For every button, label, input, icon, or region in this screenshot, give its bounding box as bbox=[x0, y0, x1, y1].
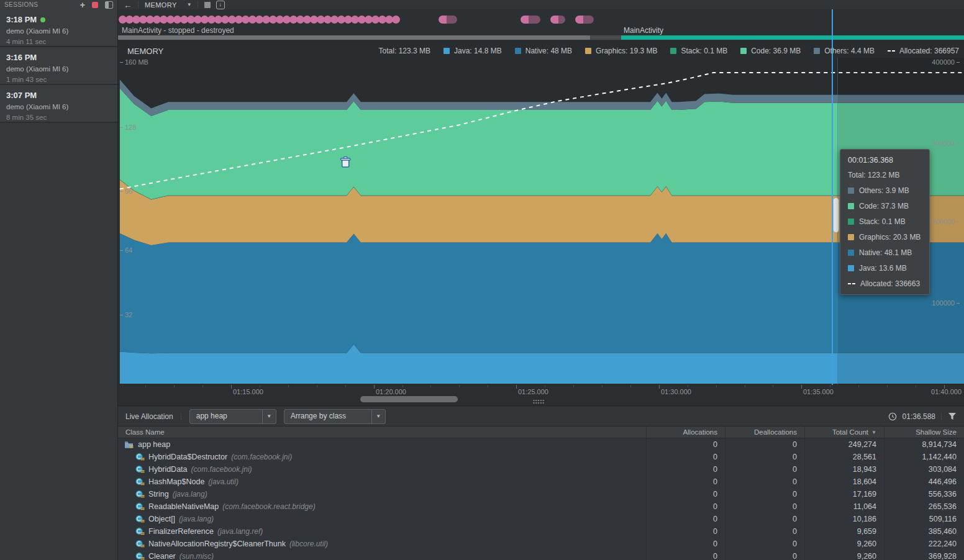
stop-session-icon[interactable] bbox=[92, 2, 98, 8]
class-name: String bbox=[148, 490, 169, 499]
table-row[interactable]: NativeAllocationRegistry$CleanerThunk(li… bbox=[118, 538, 964, 550]
y-axis-right-label: 400000 bbox=[932, 58, 960, 66]
minor-tick bbox=[716, 385, 717, 387]
activity-event-pill bbox=[521, 16, 540, 24]
column-header-allocations[interactable]: Allocations bbox=[646, 427, 725, 438]
force-gc-icon[interactable] bbox=[204, 2, 211, 8]
table-row[interactable]: String(java.lang)0017,169556,336 bbox=[118, 488, 964, 500]
activity-running-bar bbox=[621, 35, 964, 40]
legend-swatch bbox=[670, 48, 676, 54]
table-row[interactable]: app heap00249,2748,914,734 bbox=[118, 438, 964, 451]
tooltip-label: Code: 37.3 MB bbox=[859, 202, 909, 210]
package-name: (com.facebook.jni) bbox=[231, 453, 292, 461]
minor-tick bbox=[688, 385, 688, 387]
allocation-table: Class Name Allocations Deallocations Tot… bbox=[118, 427, 964, 560]
table-row[interactable]: HybridData$Destructor(com.facebook.jni)0… bbox=[118, 451, 964, 463]
add-session-icon[interactable]: + bbox=[80, 2, 85, 8]
timeline-selection-line[interactable] bbox=[832, 9, 833, 385]
column-header-class-name[interactable]: Class Name bbox=[118, 428, 646, 436]
axis-tick-label: 400000 bbox=[932, 58, 955, 66]
table-row[interactable]: ReadableNativeMap(com.facebook.react.bri… bbox=[118, 500, 964, 513]
minor-tick bbox=[830, 385, 830, 387]
chevron-down-icon: ▼ bbox=[262, 410, 276, 423]
class-name: app heap bbox=[138, 440, 170, 449]
legend-label: Total: 123.3 MB bbox=[379, 47, 430, 55]
y-axis-left-label: 160 MB bbox=[120, 58, 148, 66]
class-name: HybridData bbox=[148, 465, 188, 474]
chevron-down-icon: ▼ bbox=[371, 410, 385, 423]
tooltip-row: Others: 3.9 MB bbox=[848, 186, 922, 195]
tooltip-row: Graphics: 20.3 MB bbox=[848, 233, 922, 242]
profiler-selector-label: MEMORY bbox=[145, 1, 177, 9]
cell-shallow-size: 265,536 bbox=[884, 500, 964, 513]
event-monitor[interactable]: MainActivity - stopped - destroyed MainA… bbox=[118, 9, 964, 40]
legend-swatch bbox=[585, 48, 591, 54]
profiler-selector[interactable]: MEMORY ▼ bbox=[145, 1, 192, 9]
cell-class-name: ReadableNativeMap(com.facebook.react.bri… bbox=[118, 500, 646, 513]
tooltip-row: Native: 48.1 MB bbox=[848, 248, 922, 257]
column-header-total-count[interactable]: Total Count▼ bbox=[804, 427, 884, 438]
sessions-title: SESSIONS bbox=[4, 1, 38, 8]
session-item[interactable]: 3:07 PMdemo (Xiaomi MI 6)8 min 35 sec bbox=[0, 85, 117, 123]
session-item[interactable]: 3:18 PMdemo (Xiaomi MI 6)4 min 11 sec bbox=[0, 9, 117, 47]
package-name: (java.lang) bbox=[173, 490, 207, 499]
allocation-toolbar: Live Allocation app heap ▼ Arrange by cl… bbox=[118, 407, 964, 427]
cell-total-count: 18,604 bbox=[804, 476, 884, 488]
session-duration: 8 min 35 sec bbox=[6, 114, 111, 121]
heap-select[interactable]: app heap ▼ bbox=[189, 409, 276, 424]
selection-handle[interactable] bbox=[833, 197, 839, 233]
table-row[interactable]: Object[](java.lang)0010,186509,116 bbox=[118, 513, 964, 525]
minor-tick bbox=[317, 385, 317, 387]
time-axis-label: 01:15.000 bbox=[233, 388, 263, 395]
cell-deallocations: 0 bbox=[725, 476, 804, 488]
class-icon bbox=[135, 552, 145, 560]
session-item[interactable]: 3:16 PMdemo (Xiaomi MI 6)1 min 43 sec bbox=[0, 47, 117, 85]
cell-allocations: 0 bbox=[646, 438, 725, 451]
tooltip-swatch bbox=[848, 187, 854, 194]
axis-tick-label: 100000 bbox=[932, 299, 955, 307]
legend-item: Allocated: 366957 bbox=[888, 47, 959, 55]
cell-allocations: 0 bbox=[646, 525, 725, 538]
cell-shallow-size: 1,142,440 bbox=[884, 451, 964, 463]
y-axis-right-label: 200000 bbox=[932, 218, 960, 225]
timeline-scrollbar[interactable] bbox=[360, 396, 458, 402]
table-row[interactable]: FinalizerReference(java.lang.ref)009,659… bbox=[118, 525, 964, 538]
table-row[interactable]: HashMap$Node(java.util)0018,604446,496 bbox=[118, 476, 964, 488]
tooltip-rows: Others: 3.9 MBCode: 37.3 MBStack: 0.1 MB… bbox=[848, 186, 922, 288]
arrange-select[interactable]: Arrange by class ▼ bbox=[284, 409, 386, 424]
cell-deallocations: 0 bbox=[725, 525, 804, 538]
major-tick bbox=[231, 385, 232, 389]
axis-tick-label: 200000 bbox=[932, 218, 955, 225]
cell-deallocations: 0 bbox=[725, 550, 804, 560]
cell-allocations: 0 bbox=[646, 500, 725, 513]
class-icon bbox=[135, 490, 145, 499]
legend-label: Stack: 0.1 MB bbox=[681, 47, 727, 55]
cell-shallow-size: 385,460 bbox=[884, 525, 964, 538]
splitter-grip[interactable]: •••••••••• bbox=[533, 399, 545, 404]
axis-tick-label: 96 bbox=[125, 187, 132, 195]
tooltip-swatch bbox=[848, 250, 854, 256]
major-tick bbox=[801, 385, 802, 389]
table-row[interactable]: Cleaner(sun.misc)009,260369,928 bbox=[118, 550, 964, 560]
session-device: demo (Xiaomi MI 6) bbox=[6, 27, 111, 35]
tooltip-label: Graphics: 20.3 MB bbox=[859, 233, 921, 242]
activity-stopped-bar bbox=[118, 35, 590, 40]
heap-dump-icon[interactable]: ↓ bbox=[216, 1, 225, 9]
legend-label: Graphics: 19.3 MB bbox=[596, 47, 657, 55]
filter-icon[interactable] bbox=[948, 412, 957, 420]
heap-folder-icon bbox=[124, 441, 134, 449]
tooltip-swatch bbox=[848, 203, 854, 209]
collapse-panel-icon[interactable] bbox=[105, 1, 113, 9]
class-name: FinalizerReference bbox=[148, 527, 214, 536]
cell-total-count: 10,186 bbox=[804, 513, 884, 525]
cell-allocations: 0 bbox=[646, 463, 725, 476]
minor-tick bbox=[858, 385, 859, 387]
cell-class-name: app heap bbox=[118, 438, 646, 451]
column-header-shallow-size[interactable]: Shallow Size bbox=[884, 427, 964, 438]
column-header-deallocations[interactable]: Deallocations bbox=[725, 427, 804, 438]
cell-class-name: HybridData(com.facebook.jni) bbox=[118, 463, 646, 476]
table-row[interactable]: HybridData(com.facebook.jni)0018,943303,… bbox=[118, 463, 964, 476]
back-icon[interactable]: ← bbox=[124, 1, 132, 9]
legend-item: Graphics: 19.3 MB bbox=[585, 47, 657, 55]
cell-shallow-size: 369,928 bbox=[884, 550, 964, 560]
